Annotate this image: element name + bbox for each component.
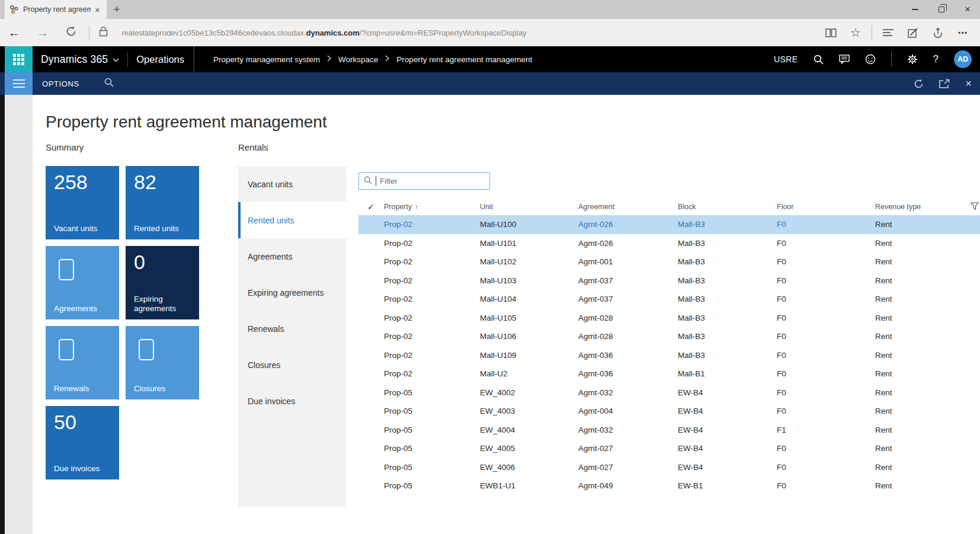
close-page-icon[interactable]: × bbox=[965, 77, 972, 90]
cell-property[interactable]: Prop-02 bbox=[384, 220, 480, 229]
hub-icon[interactable] bbox=[876, 28, 901, 37]
close-window-button[interactable]: × bbox=[965, 5, 971, 14]
settings-gear-icon[interactable] bbox=[907, 54, 918, 65]
table-row[interactable]: Prop-02 Mall-U2 Agmt-036 Mall-B1 F0 Rent bbox=[358, 364, 980, 383]
smiley-feedback-icon[interactable] bbox=[865, 54, 876, 65]
cell-agreement[interactable]: Agmt-027 bbox=[578, 444, 678, 453]
cell-floor[interactable]: F0 bbox=[777, 463, 875, 472]
select-all-check-icon[interactable]: ✓ bbox=[367, 202, 384, 212]
app-launcher-button[interactable] bbox=[5, 46, 33, 72]
cell-block[interactable]: Mall-B3 bbox=[678, 314, 777, 322]
cell-block[interactable]: Mall-B3 bbox=[678, 257, 777, 266]
tab-due-invoices[interactable]: Due invoices bbox=[238, 383, 347, 419]
cell-floor[interactable]: F0 bbox=[777, 276, 875, 285]
help-icon[interactable]: ? bbox=[933, 53, 939, 65]
breadcrumb-page[interactable]: Property rent agreement management bbox=[396, 55, 532, 64]
tab-renewals[interactable]: Renewals bbox=[238, 311, 347, 347]
cell-block[interactable]: Mall-B3 bbox=[678, 332, 777, 341]
cell-agreement[interactable]: Agmt-032 bbox=[578, 426, 678, 434]
tile-renewals[interactable]: Renewals bbox=[46, 326, 119, 399]
tab-rented-units[interactable]: Rented units bbox=[238, 202, 347, 238]
cell-agreement[interactable]: Agmt-027 bbox=[578, 463, 678, 472]
cell-agreement[interactable]: Agmt-049 bbox=[578, 481, 678, 490]
tile-rented-units[interactable]: 82 Rented units bbox=[126, 166, 199, 239]
tab-vacant-units[interactable]: Vacant units bbox=[238, 166, 347, 202]
cell-agreement[interactable]: Agmt-036 bbox=[578, 351, 678, 360]
cell-property[interactable]: Prop-05 bbox=[384, 444, 480, 453]
cell-block[interactable]: EW-B1 bbox=[678, 481, 777, 490]
tile-vacant-units[interactable]: 258 Vacant units bbox=[46, 166, 119, 239]
tile-agreements[interactable]: Agreements bbox=[46, 246, 119, 319]
cell-property[interactable]: Prop-05 bbox=[384, 463, 480, 472]
table-row[interactable]: Prop-05 EW_4004 Agmt-032 EW-B4 F1 Rent bbox=[358, 421, 980, 440]
cell-agreement[interactable]: Agmt-026 bbox=[578, 220, 678, 229]
cell-property[interactable]: Prop-05 bbox=[384, 426, 480, 434]
cell-property[interactable]: Prop-02 bbox=[384, 314, 480, 322]
cell-property[interactable]: Prop-05 bbox=[384, 388, 480, 397]
table-row[interactable]: Prop-02 Mall-U106 Agmt-028 Mall-B3 F0 Re… bbox=[358, 327, 980, 346]
cell-block[interactable]: EW-B4 bbox=[678, 426, 777, 434]
cell-property[interactable]: Prop-05 bbox=[384, 481, 480, 490]
tile-due-invoices[interactable]: 50 Due invoices bbox=[46, 406, 119, 479]
table-row[interactable]: Prop-05 EW_4005 Agmt-027 EW-B4 F0 Rent bbox=[358, 439, 980, 458]
table-row[interactable]: Prop-02 Mall-U104 Agmt-037 Mall-B3 F0 Re… bbox=[358, 290, 980, 309]
cell-agreement[interactable]: Agmt-001 bbox=[578, 257, 678, 266]
favorites-star-icon[interactable]: ☆ bbox=[843, 25, 868, 40]
table-row[interactable]: Prop-05 EWB1-U1 Agmt-049 EW-B1 F0 Rent bbox=[358, 477, 980, 495]
cell-agreement[interactable]: Agmt-037 bbox=[578, 295, 678, 303]
tab-agreements[interactable]: Agreements bbox=[238, 238, 347, 274]
cell-agreement[interactable]: Agmt-037 bbox=[578, 276, 678, 285]
filter-funnel-icon[interactable] bbox=[971, 202, 979, 212]
cell-floor[interactable]: F0 bbox=[777, 351, 875, 360]
table-row[interactable]: Prop-05 EW_4002 Agmt-032 EW-B4 F0 Rent bbox=[358, 383, 980, 402]
cell-floor[interactable]: F0 bbox=[777, 369, 875, 378]
more-icon[interactable]: ••• bbox=[950, 28, 975, 37]
breadcrumb-module[interactable]: Property management system bbox=[213, 55, 320, 64]
tab-closures[interactable]: Closures bbox=[238, 347, 347, 383]
refresh-page-icon[interactable] bbox=[914, 79, 924, 89]
cell-agreement[interactable]: Agmt-036 bbox=[578, 369, 678, 378]
cell-property[interactable]: Prop-02 bbox=[384, 332, 480, 341]
web-note-icon[interactable] bbox=[901, 27, 925, 38]
back-icon[interactable]: ← bbox=[0, 25, 28, 40]
cell-floor[interactable]: F0 bbox=[777, 444, 875, 453]
column-header-agreement[interactable]: Agreement bbox=[578, 203, 678, 211]
table-row[interactable]: Prop-02 Mall-U101 Agmt-026 Mall-B3 F0 Re… bbox=[358, 234, 980, 253]
collapsed-nav-rail[interactable] bbox=[5, 95, 33, 534]
avatar[interactable]: AD bbox=[954, 50, 972, 68]
nav-hamburger-button[interactable] bbox=[5, 72, 33, 95]
url-text[interactable]: realestateprodev1c05be13c5b2946cedevaos.… bbox=[121, 28, 818, 37]
feedback-icon[interactable] bbox=[839, 55, 850, 64]
tile-expiring-agreements[interactable]: 0 Expiring agreements bbox=[126, 246, 199, 319]
cell-agreement[interactable]: Agmt-032 bbox=[578, 388, 678, 397]
cell-property[interactable]: Prop-02 bbox=[384, 239, 480, 248]
grid-filter-box[interactable] bbox=[358, 172, 490, 190]
cell-agreement[interactable]: Agmt-028 bbox=[578, 314, 678, 322]
table-row[interactable]: Prop-02 Mall-U109 Agmt-036 Mall-B3 F0 Re… bbox=[358, 346, 980, 365]
cell-property[interactable]: Prop-02 bbox=[384, 257, 480, 266]
tab-expiring-agreements[interactable]: Expiring agreements bbox=[238, 274, 347, 311]
cell-floor[interactable]: F0 bbox=[777, 257, 875, 266]
forward-icon[interactable]: → bbox=[28, 25, 57, 40]
cell-floor[interactable]: F0 bbox=[777, 388, 875, 397]
cell-floor[interactable]: F0 bbox=[777, 220, 875, 229]
open-in-new-window-icon[interactable] bbox=[939, 79, 950, 88]
column-header-property[interactable]: Property↑ bbox=[384, 203, 480, 211]
cell-block[interactable]: Mall-B3 bbox=[678, 239, 777, 248]
cell-block[interactable]: Mall-B3 bbox=[678, 220, 777, 229]
cell-agreement[interactable]: Agmt-028 bbox=[578, 332, 678, 341]
cell-agreement[interactable]: Agmt-004 bbox=[578, 407, 678, 415]
cell-block[interactable]: EW-B4 bbox=[678, 407, 777, 415]
filter-input[interactable] bbox=[380, 177, 485, 186]
app-name[interactable]: Operations bbox=[136, 54, 184, 65]
cell-floor[interactable]: F0 bbox=[777, 239, 875, 248]
tile-closures[interactable]: Closures bbox=[126, 326, 199, 399]
column-header-floor[interactable]: Floor bbox=[777, 203, 875, 211]
table-row[interactable]: Prop-05 EW_4006 Agmt-027 EW-B4 F0 Rent bbox=[358, 458, 980, 477]
cell-property[interactable]: Prop-02 bbox=[384, 295, 480, 303]
brand-menu[interactable]: Dynamics 365 bbox=[41, 53, 119, 66]
cell-property[interactable]: Prop-02 bbox=[384, 369, 480, 378]
cell-agreement[interactable]: Agmt-026 bbox=[578, 239, 678, 248]
share-icon[interactable] bbox=[925, 27, 950, 38]
table-row[interactable]: Prop-02 Mall-U105 Agmt-028 Mall-B3 F0 Re… bbox=[358, 309, 980, 328]
